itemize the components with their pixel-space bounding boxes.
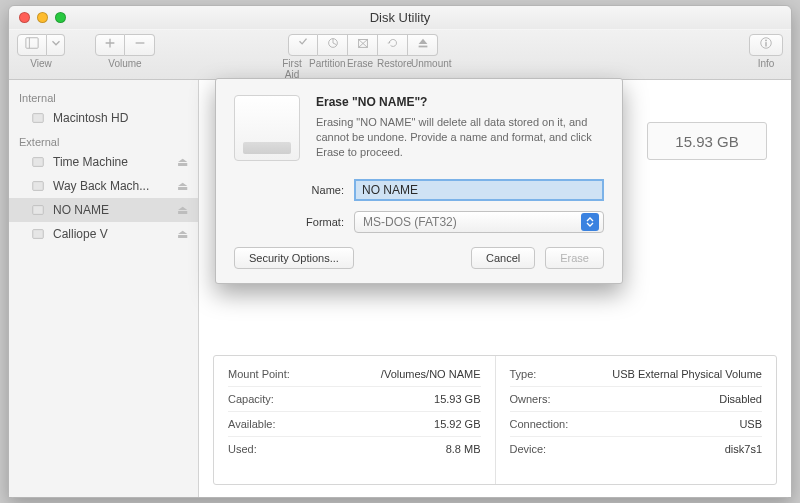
erase-icon: [356, 36, 370, 54]
svg-rect-12: [33, 230, 44, 239]
disk-icon: [31, 155, 45, 169]
partition-button[interactable]: [318, 34, 348, 56]
sidebar-item-label: Way Back Mach...: [53, 179, 149, 193]
info-button[interactable]: [749, 34, 783, 56]
sidebar-item-time-machine[interactable]: Time Machine ⏏: [9, 150, 198, 174]
info-label: Used:: [228, 443, 257, 455]
sidebar: Internal Macintosh HD External Time Mach…: [9, 80, 199, 497]
info-label: Capacity:: [228, 393, 274, 405]
drive-icon: [234, 95, 300, 161]
toolbar-label-info: Info: [758, 58, 775, 69]
toolbar-label-firstaid: First Aid: [275, 58, 309, 80]
erase-toolbar-button[interactable]: [348, 34, 378, 56]
first-aid-button[interactable]: [288, 34, 318, 56]
name-input[interactable]: [354, 179, 604, 201]
sidebar-item-label: Time Machine: [53, 155, 128, 169]
volume-remove-button[interactable]: [125, 34, 155, 56]
info-value: /Volumes/NO NAME: [381, 368, 481, 380]
sidebar-header-external: External: [9, 130, 198, 150]
info-value: USB: [739, 418, 762, 430]
info-label: Owners:: [510, 393, 551, 405]
svg-rect-8: [33, 114, 44, 123]
sidebar-item-calliope-v[interactable]: Calliope V ⏏: [9, 222, 198, 246]
sidebar-item-label: NO NAME: [53, 203, 109, 217]
unmount-button[interactable]: [408, 34, 438, 56]
toolbar-label-view: View: [30, 58, 52, 69]
svg-rect-9: [33, 158, 44, 167]
svg-rect-11: [33, 206, 44, 215]
info-label: Mount Point:: [228, 368, 290, 380]
format-label: Format:: [288, 216, 344, 228]
sheet-description: Erasing "NO NAME" will delete all data s…: [316, 115, 604, 160]
eject-icon[interactable]: ⏏: [177, 155, 188, 169]
info-value: Disabled: [719, 393, 762, 405]
erase-button[interactable]: Erase: [545, 247, 604, 269]
eject-icon[interactable]: ⏏: [177, 203, 188, 217]
format-value: MS-DOS (FAT32): [363, 215, 457, 229]
toolbar-label-erase: Erase: [343, 58, 377, 80]
sidebar-icon: [25, 36, 39, 54]
view-menu-button[interactable]: [47, 34, 65, 56]
eject-icon[interactable]: ⏏: [177, 179, 188, 193]
toolbar-label-restore: Restore: [377, 58, 411, 80]
capacity-summary: 15.93 GB: [647, 122, 767, 160]
toolbar: View Volume: [9, 30, 791, 80]
info-value: 15.93 GB: [434, 393, 480, 405]
window-title: Disk Utility: [9, 10, 791, 25]
disk-utility-window: Disk Utility View: [8, 5, 792, 498]
info-value: disk7s1: [725, 443, 762, 455]
restore-icon: [386, 36, 400, 54]
chevron-down-icon: [49, 36, 63, 54]
disk-icon: [31, 179, 45, 193]
info-value: USB External Physical Volume: [612, 368, 762, 380]
cancel-button[interactable]: Cancel: [471, 247, 535, 269]
sidebar-item-label: Macintosh HD: [53, 111, 128, 125]
sidebar-item-label: Calliope V: [53, 227, 108, 241]
svg-rect-7: [765, 42, 766, 46]
first-aid-icon: [296, 36, 310, 54]
toolbar-label-partition: Partition: [309, 58, 343, 80]
svg-rect-0: [26, 38, 38, 49]
sidebar-item-way-back-mach[interactable]: Way Back Mach... ⏏: [9, 174, 198, 198]
info-label: Type:: [510, 368, 537, 380]
erase-sheet: Erase "NO NAME"? Erasing "NO NAME" will …: [215, 78, 623, 284]
info-icon: [759, 36, 773, 54]
disk-icon: [31, 203, 45, 217]
partition-icon: [326, 36, 340, 54]
sidebar-header-internal: Internal: [9, 86, 198, 106]
disk-icon: [31, 227, 45, 241]
updown-icon: [581, 213, 599, 231]
sidebar-item-no-name[interactable]: NO NAME ⏏: [9, 198, 198, 222]
name-label: Name:: [288, 184, 344, 196]
view-button[interactable]: [17, 34, 47, 56]
security-options-button[interactable]: Security Options...: [234, 247, 354, 269]
info-label: Device:: [510, 443, 547, 455]
disk-icon: [31, 111, 45, 125]
eject-icon: [416, 36, 430, 54]
volume-info-panel: Mount Point:/Volumes/NO NAME Capacity:15…: [213, 355, 777, 485]
svg-point-6: [765, 40, 767, 42]
info-label: Connection:: [510, 418, 569, 430]
svg-rect-10: [33, 182, 44, 191]
info-value: 15.92 GB: [434, 418, 480, 430]
toolbar-label-volume: Volume: [108, 58, 141, 69]
svg-rect-4: [418, 46, 427, 48]
minus-icon: [133, 36, 147, 54]
eject-icon[interactable]: ⏏: [177, 227, 188, 241]
format-select[interactable]: MS-DOS (FAT32): [354, 211, 604, 233]
toolbar-label-unmount: Unmount: [411, 58, 451, 80]
plus-icon: [103, 36, 117, 54]
info-label: Available:: [228, 418, 276, 430]
restore-button[interactable]: [378, 34, 408, 56]
sheet-title: Erase "NO NAME"?: [316, 95, 604, 109]
info-value: 8.8 MB: [446, 443, 481, 455]
titlebar: Disk Utility: [9, 6, 791, 30]
sidebar-item-macintosh-hd[interactable]: Macintosh HD: [9, 106, 198, 130]
volume-add-button[interactable]: [95, 34, 125, 56]
